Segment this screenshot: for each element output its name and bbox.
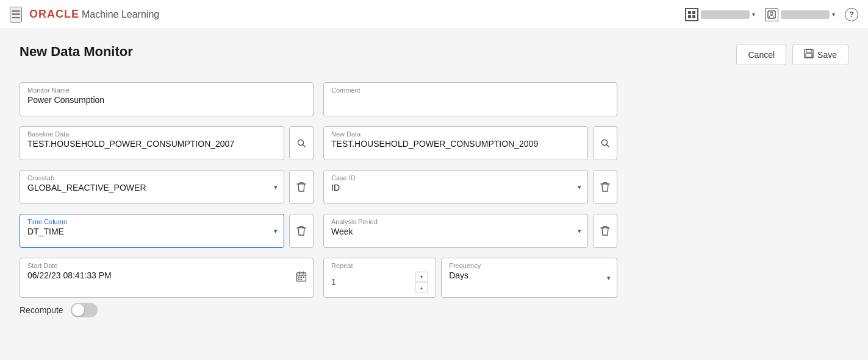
search-icon <box>296 138 306 148</box>
app-header: ☰ ORACLE Machine Learning ▾ <box>0 0 868 29</box>
repeat-frequency-row: Repeat 1 ▾ ▴ Frequency Days ▾ <box>323 258 617 298</box>
user-menu-button[interactable]: ▾ <box>765 8 835 21</box>
apps-grid-icon <box>685 8 698 21</box>
time-column-delete-button[interactable] <box>289 214 314 248</box>
save-label: Save <box>817 50 837 60</box>
frequency-label: Frequency <box>449 262 595 269</box>
repeat-value: 1 <box>331 277 410 287</box>
save-icon <box>804 49 814 60</box>
baseline-data-row: Baseline Data <box>20 126 314 160</box>
repeat-field: Repeat 1 ▾ ▴ <box>323 258 436 298</box>
save-button[interactable]: Save <box>792 44 848 65</box>
svg-rect-3 <box>806 49 811 52</box>
baseline-data-input[interactable] <box>27 139 276 149</box>
page-title: New Data Monitor <box>20 44 133 60</box>
page-header: New Data Monitor Cancel Save <box>20 44 848 65</box>
svg-rect-4 <box>806 54 812 57</box>
delete-icon <box>600 225 610 236</box>
crosstab-row: Crosstab GLOBAL_REACTIVE_POWER ▾ <box>20 170 314 204</box>
baseline-data-field: Baseline Data <box>20 126 284 160</box>
comment-label: Comment <box>331 86 609 94</box>
analysis-period-row: Analysis Period Week ▾ <box>323 214 617 248</box>
svg-rect-13 <box>298 277 300 278</box>
delete-icon <box>296 225 306 236</box>
header-right: ▾ ▾ ? <box>685 8 858 21</box>
analysis-period-chevron-icon: ▾ <box>578 227 581 235</box>
user-name-text <box>781 10 830 19</box>
analysis-period-label: Analysis Period <box>331 218 565 225</box>
svg-rect-15 <box>303 277 305 278</box>
form-grid: Monitor Name Comment Baseline Data New D… <box>20 82 617 298</box>
repeat-down-button[interactable]: ▾ <box>415 272 428 281</box>
case-id-row: Case ID ID ▾ <box>323 170 617 204</box>
header-actions: Cancel Save <box>736 44 848 65</box>
new-data-search-button[interactable] <box>593 126 617 160</box>
header-left: ☰ ORACLE Machine Learning <box>10 7 159 23</box>
time-column-field: Time Column DT_TIME ▾ <box>20 214 284 248</box>
delete-icon <box>600 182 610 192</box>
monitor-name-label: Monitor Name <box>27 86 306 94</box>
time-column-value: DT_TIME <box>27 227 262 236</box>
new-data-row: New Data <box>323 126 617 160</box>
repeat-controls: 1 ▾ ▴ <box>331 272 428 292</box>
crosstab-value: GLOBAL_REACTIVE_POWER <box>27 183 262 192</box>
new-data-input[interactable] <box>331 139 580 149</box>
svg-rect-16 <box>298 279 300 280</box>
frequency-chevron-icon: ▾ <box>607 274 611 282</box>
time-column-label: Time Column <box>27 218 262 225</box>
analysis-period-field: Analysis Period Week ▾ <box>323 214 588 248</box>
time-column-chevron-icon: ▾ <box>274 227 278 235</box>
start-date-input[interactable] <box>27 270 306 280</box>
case-id-field: Case ID ID ▾ <box>323 170 588 204</box>
monitor-name-input[interactable] <box>27 95 306 105</box>
recompute-row: Recompute <box>20 303 848 317</box>
case-id-value: ID <box>331 183 565 192</box>
delete-icon <box>296 182 306 192</box>
case-id-label: Case ID <box>331 174 565 182</box>
crosstab-label: Crosstab <box>27 174 262 182</box>
repeat-up-button[interactable]: ▴ <box>415 283 428 292</box>
time-column-row: Time Column DT_TIME ▾ <box>20 214 314 248</box>
avatar-icon <box>765 8 778 21</box>
oracle-logo: ORACLE Machine Learning <box>29 8 159 21</box>
search-icon <box>600 138 610 148</box>
svg-line-6 <box>303 145 306 147</box>
oracle-text: ORACLE <box>29 8 79 21</box>
hamburger-menu-button[interactable]: ☰ <box>10 7 22 23</box>
comment-input[interactable] <box>331 95 609 105</box>
repeat-label: Repeat <box>331 262 428 269</box>
svg-rect-17 <box>301 279 303 280</box>
help-icon[interactable]: ? <box>845 8 858 21</box>
repeat-spinners: ▾ ▴ <box>415 272 428 292</box>
start-date-field: Start Date <box>20 258 314 298</box>
calendar-icon[interactable] <box>296 271 307 284</box>
ml-text: Machine Learning <box>82 9 159 20</box>
crosstab-field: Crosstab GLOBAL_REACTIVE_POWER ▾ <box>20 170 284 204</box>
new-data-field: New Data <box>323 126 588 160</box>
crosstab-chevron-icon: ▾ <box>274 183 278 191</box>
page-content: New Data Monitor Cancel Save Monitor Nam… <box>0 29 868 360</box>
username-label <box>701 10 750 19</box>
new-data-label: New Data <box>331 130 580 138</box>
crosstab-delete-button[interactable] <box>289 170 314 204</box>
apps-menu-button[interactable]: ▾ <box>685 8 755 21</box>
recompute-label: Recompute <box>20 305 63 315</box>
analysis-period-value: Week <box>331 227 565 236</box>
recompute-toggle[interactable] <box>71 303 98 317</box>
baseline-search-button[interactable] <box>289 126 314 160</box>
svg-rect-14 <box>301 277 303 278</box>
case-id-delete-button[interactable] <box>593 170 617 204</box>
svg-line-8 <box>607 145 609 147</box>
svg-point-1 <box>770 12 773 15</box>
cancel-button[interactable]: Cancel <box>736 44 786 65</box>
user-chevron-icon: ▾ <box>832 11 835 18</box>
frequency-field: Frequency Days ▾ <box>441 258 617 298</box>
monitor-name-field: Monitor Name <box>20 82 314 116</box>
apps-chevron-icon: ▾ <box>752 11 755 18</box>
case-id-chevron-icon: ▾ <box>578 183 581 191</box>
frequency-value: Days <box>449 270 595 280</box>
start-date-label: Start Date <box>27 262 306 269</box>
comment-field: Comment <box>323 82 617 116</box>
baseline-data-label: Baseline Data <box>27 130 276 138</box>
analysis-period-delete-button[interactable] <box>593 214 617 248</box>
